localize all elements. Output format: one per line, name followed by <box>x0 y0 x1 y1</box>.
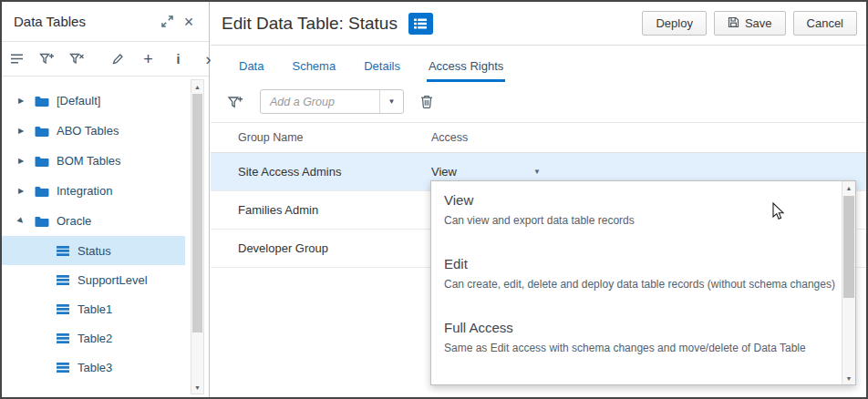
tree-item-label: ABO Tables <box>57 124 119 138</box>
option-title: View <box>444 192 828 208</box>
collapse-twisty-icon[interactable]: ▶ <box>18 217 35 225</box>
page-title: Edit Data Table: Status <box>222 14 398 34</box>
expand-twisty-icon[interactable]: ▶ <box>18 187 35 195</box>
panel-title: Data Tables <box>14 14 156 29</box>
tree-item-label: Table1 <box>78 302 112 316</box>
tab-schema[interactable]: Schema <box>290 59 337 82</box>
data-table-icon <box>57 304 69 314</box>
data-table-badge-icon <box>408 13 433 35</box>
option-description: Can create, edit, delete and deploy data… <box>444 278 828 291</box>
list-view-icon[interactable] <box>9 50 25 68</box>
main-header: Edit Data Table: Status Deploy Save Canc… <box>211 2 866 46</box>
scroll-down-icon[interactable]: ▼ <box>191 381 203 394</box>
data-tables-tree: ▶ [Default] ▶ ABO Tables ▶ BOM Tables <box>2 77 209 382</box>
sidebar-scrollbar[interactable]: ▲ ▼ <box>191 79 204 394</box>
tab-data[interactable]: Data <box>237 59 265 82</box>
data-table-icon <box>57 333 69 343</box>
tree-item-default[interactable]: ▶ [Default] <box>2 86 185 116</box>
data-table-icon <box>57 275 69 285</box>
filter-clear-icon[interactable] <box>69 50 85 68</box>
combobox-dropdown-icon[interactable]: ▼ <box>379 90 403 113</box>
access-value: View <box>431 165 457 179</box>
tab-details[interactable]: Details <box>362 59 402 82</box>
expand-twisty-icon[interactable]: ▶ <box>18 157 35 165</box>
tree-item-oracle[interactable]: ▶ Oracle <box>2 206 185 236</box>
tree-item-supportlevel[interactable]: SupportLevel <box>2 265 185 294</box>
filter-add-icon[interactable] <box>39 50 55 68</box>
option-title: Full Access <box>444 320 828 335</box>
tree-item-label: Status <box>78 244 111 258</box>
scroll-up-icon[interactable]: ▲ <box>842 181 855 194</box>
tree-item-label: [Default] <box>57 94 100 107</box>
expand-twisty-icon[interactable]: ▶ <box>18 97 35 105</box>
tree-item-status[interactable]: Status <box>2 236 185 265</box>
data-table-icon <box>57 246 69 256</box>
app-window: Data Tables × + i › ▶ <box>0 0 868 399</box>
delete-group-icon[interactable] <box>420 95 433 109</box>
tree-toolbar: + i › <box>2 42 209 77</box>
group-name-cell: Site Access Admins <box>238 165 431 179</box>
dropdown-caret-icon[interactable]: ▼ <box>533 168 541 176</box>
folder-icon <box>35 216 49 227</box>
edit-icon[interactable] <box>110 50 126 68</box>
tree-item-table1[interactable]: Table1 <box>2 294 185 323</box>
tree-item-label: BOM Tables <box>57 154 121 168</box>
filter-add-icon[interactable] <box>227 95 243 109</box>
close-panel-icon[interactable]: × <box>178 11 200 33</box>
option-description: Same as Edit access with schema changes … <box>444 342 828 354</box>
folder-icon <box>35 126 49 137</box>
option-title: Edit <box>444 256 828 271</box>
dropdown-option-edit[interactable]: Edit Can create, edit, delete and deploy… <box>431 245 855 309</box>
save-button[interactable]: Save <box>714 11 786 36</box>
save-button-label: Save <box>745 16 772 30</box>
tree-item-label: Oracle <box>57 214 91 228</box>
panel-header: Data Tables × <box>2 2 209 42</box>
access-dropdown-cell[interactable]: View ▼ <box>431 165 541 179</box>
info-icon[interactable]: i <box>170 50 186 68</box>
dropdown-option-view[interactable]: View Can view and export data table reco… <box>431 181 855 245</box>
tree-item-label: SupportLevel <box>78 273 148 287</box>
data-tables-panel: Data Tables × + i › ▶ <box>2 2 210 397</box>
scroll-up-icon[interactable]: ▲ <box>191 80 203 93</box>
data-table-icon <box>57 363 69 373</box>
add-icon[interactable]: + <box>140 50 156 68</box>
tab-access-rights[interactable]: Access Rights <box>427 59 505 82</box>
folder-icon <box>35 186 49 197</box>
add-group-placeholder: Add a Group <box>261 96 379 108</box>
deploy-button[interactable]: Deploy <box>642 11 706 36</box>
group-name-cell: Developer Group <box>238 241 431 255</box>
tree-item-bom-tables[interactable]: ▶ BOM Tables <box>2 146 185 176</box>
expand-panel-icon[interactable] <box>156 11 178 33</box>
tree-item-integration[interactable]: ▶ Integration <box>2 176 185 206</box>
scrollbar-thumb[interactable] <box>843 196 854 298</box>
tab-bar: Data Schema Details Access Rights <box>211 46 866 82</box>
dropdown-option-full-access[interactable]: Full Access Same as Edit access with sch… <box>431 309 855 373</box>
scrollbar-thumb[interactable] <box>192 94 202 332</box>
add-group-combobox[interactable]: Add a Group ▼ <box>260 89 404 114</box>
folder-icon <box>35 156 49 167</box>
option-description: Can view and export data table records <box>444 214 828 227</box>
tree-item-label: Table3 <box>78 361 112 374</box>
group-name-cell: Families Admin <box>238 203 431 217</box>
save-icon <box>728 16 739 31</box>
folder-icon <box>35 96 49 107</box>
group-toolbar: Add a Group ▼ <box>211 82 866 123</box>
column-header-group-name[interactable]: Group Name <box>238 131 431 144</box>
access-level-dropdown: View Can view and export data table reco… <box>430 180 856 385</box>
table-header-row: Group Name Access <box>211 123 866 153</box>
tree-item-label: Table2 <box>78 332 112 345</box>
tree-item-abo-tables[interactable]: ▶ ABO Tables <box>2 116 185 146</box>
cancel-button[interactable]: Cancel <box>793 11 857 36</box>
column-header-access[interactable]: Access <box>431 131 866 144</box>
scroll-down-icon[interactable]: ▼ <box>842 372 855 384</box>
tree-item-label: Integration <box>57 184 112 198</box>
expand-twisty-icon[interactable]: ▶ <box>18 127 35 135</box>
tree-item-table3[interactable]: Table3 <box>2 353 185 382</box>
dropdown-scrollbar[interactable]: ▲ ▼ <box>842 181 855 384</box>
tree-item-table2[interactable]: Table2 <box>2 323 185 353</box>
